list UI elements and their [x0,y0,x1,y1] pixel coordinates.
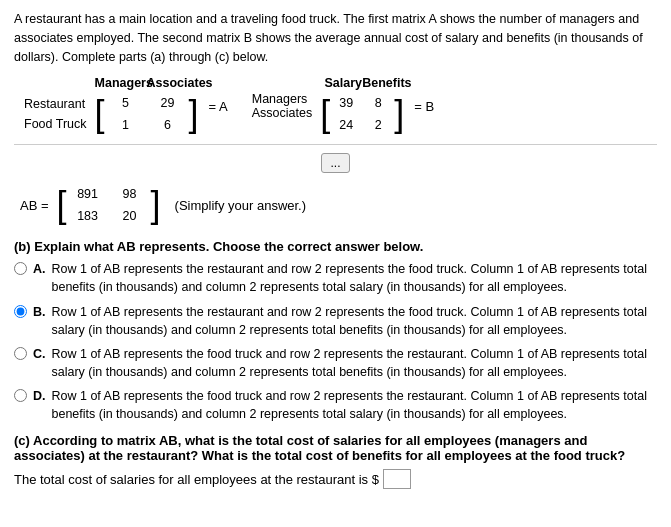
matrix-a-group: Restaurant Food Truck Managers Associate… [24,76,232,136]
part-c-section: (c) According to matrix AB, what is the … [14,433,657,489]
ab-matrix-cells: 891 98 183 20 [67,183,151,227]
ab-cell-01: 98 [109,183,151,205]
matrix-b-row-1: 24 2 [330,114,394,136]
col-header-managers: Managers [95,76,147,90]
col-header-associates: Associates [147,76,199,90]
row-label-managers: Managers [252,92,312,106]
col-header-benefits: Benefits [362,76,400,90]
option-a-text: Row 1 of AB represents the restaurant an… [52,260,658,296]
expand-button[interactable]: ... [321,153,349,173]
ab-cell-00: 891 [67,183,109,205]
row-label-foodtruck: Food Truck [24,114,87,134]
divider-1 [14,144,657,145]
matrix-a-col-headers: Managers Associates [ 5 29 1 6 ] [95,76,199,136]
ab-label: AB = [20,198,49,213]
simplify-text: (Simplify your answer.) [175,198,306,213]
matrix-a-cell-01: 29 [147,92,189,114]
option-c-text: Row 1 of AB represents the food truck an… [52,345,658,381]
part-b-label: (b) Explain what AB represents. Choose t… [14,239,657,254]
bracket-left-ab: [ [57,187,67,223]
option-c-letter: C. [33,345,46,363]
intro-text: A restaurant has a main location and a t… [14,10,657,66]
ab-matrix-bracket: [ 891 98 183 20 ] [57,183,161,227]
matrix-b-cell-00: 39 [330,92,362,114]
matrix-b-cell-01: 8 [362,92,394,114]
option-a: A. Row 1 of AB represents the restaurant… [14,260,657,296]
ab-section: AB = [ 891 98 183 20 ] (Simplify your an… [20,183,657,227]
matrix-b-row-labels: Managers Associates [252,92,312,120]
bracket-right-ab: ] [151,187,161,223]
matrices-section: Restaurant Food Truck Managers Associate… [24,76,657,136]
ab-matrix-row-0: 891 98 [67,183,151,205]
answer-prefix: The total cost of salaries for all emplo… [14,472,379,487]
answer-input[interactable] [383,469,411,489]
matrix-a-row-labels: Restaurant Food Truck [24,78,87,134]
option-d-letter: D. [33,387,46,405]
row-label-associates-b: Associates [252,106,312,120]
matrix-a-cells: 5 29 1 6 [105,92,189,136]
matrix-b-group: Managers Associates Salary Benefits [ 39… [252,76,438,136]
option-a-letter: A. [33,260,46,278]
matrix-b-cells: 39 8 24 2 [330,92,394,136]
bracket-left-a: [ [95,96,105,132]
matrix-b-row-0: 39 8 [330,92,394,114]
bracket-left-b: [ [320,96,330,132]
matrix-a-row-1: 1 6 [105,114,189,136]
expand-button-container: ... [14,153,657,173]
radio-a[interactable] [14,262,27,275]
option-b-letter: B. [33,303,46,321]
ab-cell-11: 20 [109,205,151,227]
option-b: B. Row 1 of AB represents the restaurant… [14,303,657,339]
row-label-restaurant: Restaurant [24,94,87,114]
bracket-right-a: ] [189,96,199,132]
matrix-a-row-0: 5 29 [105,92,189,114]
matrix-b-cell-10: 24 [330,114,362,136]
radio-c[interactable] [14,347,27,360]
matrix-b-col-headers: Salary Benefits [ 39 8 24 2 ] [320,76,404,136]
matrix-a-bracket: [ 5 29 1 6 ] [95,92,199,136]
matrix-a-cell-11: 6 [147,114,189,136]
options-list: A. Row 1 of AB represents the restaurant… [14,260,657,423]
part-b-section: (b) Explain what AB represents. Choose t… [14,239,657,423]
answer-row: The total cost of salaries for all emplo… [14,469,657,489]
matrix-b-equals: = B [414,99,434,114]
radio-b[interactable] [14,305,27,318]
col-header-salary: Salary [324,76,362,90]
option-c: C. Row 1 of AB represents the food truck… [14,345,657,381]
matrix-b-bracket: [ 39 8 24 2 ] [320,92,404,136]
ab-cell-10: 183 [67,205,109,227]
bracket-right-b: ] [394,96,404,132]
matrix-a-equals: = A [209,99,228,114]
matrix-a-cell-00: 5 [105,92,147,114]
radio-d[interactable] [14,389,27,402]
option-d: D. Row 1 of AB represents the food truck… [14,387,657,423]
ab-matrix-row-1: 183 20 [67,205,151,227]
matrix-b-cell-11: 2 [362,114,394,136]
matrix-a-cell-10: 1 [105,114,147,136]
option-d-text: Row 1 of AB represents the food truck an… [52,387,658,423]
option-b-text: Row 1 of AB represents the restaurant an… [52,303,658,339]
part-c-label: (c) According to matrix AB, what is the … [14,433,657,463]
